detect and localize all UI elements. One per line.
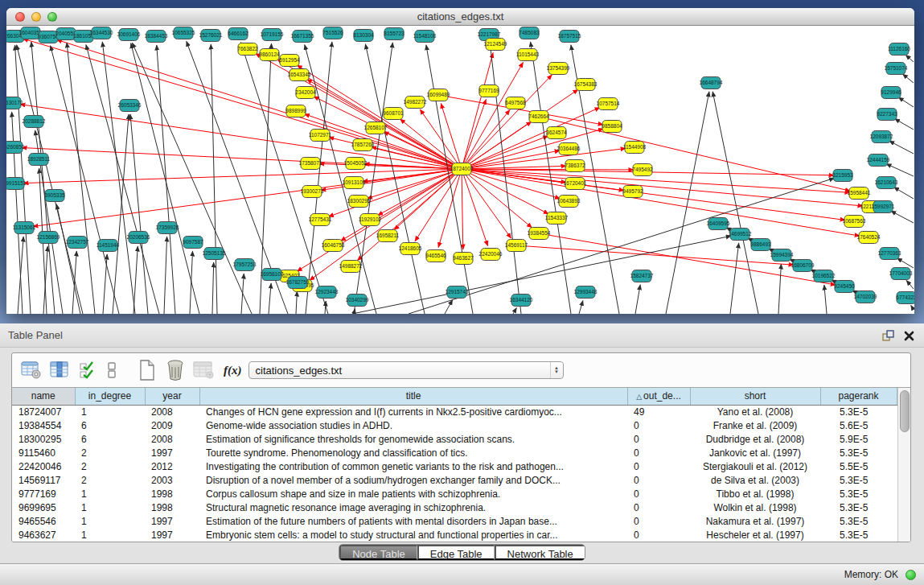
table-cell[interactable]: 14569117 [12, 473, 75, 487]
table-cell[interactable]: 22420046 [12, 459, 75, 473]
table-cell[interactable]: 18724007 [12, 405, 75, 418]
table-cell[interactable]: 0 [627, 514, 690, 528]
graph-node[interactable]: 11929102 [359, 214, 382, 226]
graph-node[interactable]: 7515526 [322, 27, 343, 39]
graph-node[interactable]: 16671355 [291, 31, 314, 43]
graph-node[interactable]: 12505135 [203, 248, 226, 260]
table-cell[interactable]: Yano et al. (2008) [690, 405, 820, 418]
delete-column-icon[interactable] [164, 359, 187, 381]
table-cell[interactable]: Tourette syndrome. Phenomenology and cla… [199, 446, 627, 459]
table-cell[interactable]: 1 [75, 501, 145, 514]
table-cell[interactable]: 2009 [145, 418, 199, 432]
table-cell[interactable]: 0 [627, 459, 690, 473]
table-cell[interactable]: 1997 [145, 514, 199, 528]
graph-node[interactable]: 17358071 [299, 158, 322, 170]
column-header-in_degree[interactable]: in_degree [75, 388, 145, 405]
table-cell[interactable]: Dudbridge et al. (2008) [690, 432, 820, 446]
table-cell[interactable]: 5.3E-5 [820, 528, 897, 542]
table-cell[interactable]: 2 [75, 446, 145, 459]
graph-node[interactable]: 10196522 [812, 270, 836, 282]
graph-node[interactable]: 11451944 [97, 240, 120, 252]
graph-node[interactable]: 13754399 [547, 63, 570, 75]
table-cell[interactable]: 2 [75, 459, 145, 473]
scrollbar-thumb[interactable] [900, 390, 910, 432]
graph-node[interactable]: 12093872 [870, 131, 893, 143]
graph-node[interactable]: 30691406 [117, 29, 141, 41]
table-cell[interactable]: 5.3E-5 [820, 514, 897, 528]
table-settings-icon[interactable] [20, 359, 43, 381]
graph-node[interactable]: 9245450 [834, 281, 855, 293]
graph-node[interactable]: 5912954 [279, 55, 300, 67]
graph-node[interactable]: 11072971 [309, 130, 332, 142]
graph-node[interactable]: 10913109 [343, 177, 366, 189]
table-cell[interactable]: 5.9E-5 [820, 432, 897, 446]
table-cell[interactable]: 2008 [145, 432, 199, 446]
table-cell[interactable]: 2012 [145, 459, 199, 473]
graph-node[interactable]: 11543337 [545, 212, 569, 225]
graph-node[interactable]: 12124549 [484, 39, 507, 51]
table-row[interactable]: 1456911722003Disruption of a novel membe… [12, 473, 897, 487]
graph-node[interactable]: 11315061 [13, 222, 36, 234]
graph-node[interactable]: 14699512 [729, 229, 752, 241]
graph-node[interactable]: 10340299 [346, 295, 369, 307]
graph-node[interactable]: 18928511 [27, 154, 51, 166]
graph-node[interactable]: 17857263 [351, 139, 375, 151]
table-cell[interactable]: 0 [627, 473, 690, 487]
graph-node[interactable]: 16409595 [707, 218, 730, 230]
window-titlebar[interactable]: citations_edges.txt [6, 8, 914, 26]
graph-node[interactable]: 14988272 [339, 261, 363, 273]
graph-node[interactable]: 20206536 [127, 232, 150, 244]
table-cell[interactable]: 5.5E-5 [820, 459, 897, 473]
graph-node[interactable]: 9465546 [425, 250, 446, 262]
graph-node[interactable]: 18384453 [145, 31, 168, 43]
table-cell[interactable]: Estimation of the future numbers of pati… [199, 514, 627, 528]
graph-node[interactable]: 3624574 [546, 127, 567, 139]
graph-node[interactable]: 9886493 [750, 239, 771, 251]
graph-node[interactable]: 9858804 [602, 121, 622, 133]
minimize-window-button[interactable] [31, 12, 41, 22]
graph-node[interactable]: 6774322 [896, 292, 914, 304]
graph-node[interactable]: 19300273 [301, 186, 324, 198]
table-cell[interactable]: Stergiakouli et al. (2012) [690, 459, 820, 473]
graph-node[interactable]: 10655325 [172, 27, 195, 39]
graph-node[interactable]: 9227343 [877, 109, 897, 121]
graph-node[interactable]: 9777169 [478, 85, 499, 97]
graph-node[interactable]: 15045052 [344, 158, 368, 170]
function-builder-icon[interactable]: f(x) [224, 364, 242, 377]
graph-node[interactable]: 20288812 [23, 116, 46, 128]
table-cell[interactable]: Hescheler et al. (1997) [690, 528, 820, 542]
tab-node-table[interactable]: Node Table [339, 545, 417, 560]
column-header-pagerank[interactable]: pagerank [820, 388, 897, 405]
graph-node[interactable]: 7663822 [237, 43, 258, 56]
graph-node[interactable]: 26053346 [118, 100, 142, 112]
table-cell[interactable]: 0 [627, 432, 690, 446]
table-cell[interactable]: 5.3E-5 [820, 473, 897, 487]
table-cell[interactable]: Franke et al. (2009) [690, 418, 820, 432]
graph-node[interactable]: 12770363 [878, 248, 901, 260]
graph-node[interactable]: 6497568 [505, 97, 526, 109]
table-cell[interactable]: 1 [75, 528, 145, 542]
table-cell[interactable]: 2008 [145, 405, 199, 418]
graph-node[interactable]: 15958441 [848, 187, 871, 200]
table-cell[interactable]: 1997 [145, 528, 199, 542]
graph-node[interactable]: 14702039 [854, 291, 877, 303]
table-cell[interactable]: 19384554 [12, 418, 75, 432]
table-cell[interactable]: 9115460 [12, 446, 75, 459]
graph-node[interactable]: 10687563 [843, 216, 866, 228]
table-cell[interactable]: 5.3E-5 [820, 446, 897, 459]
graph-node[interactable]: 12915743 [446, 286, 469, 299]
tab-network-table[interactable]: Network Table [495, 545, 585, 560]
graph-node[interactable]: 11126160 [888, 43, 910, 56]
graph-node[interactable]: 3905335 [44, 190, 65, 202]
graph-node[interactable]: 16099489 [427, 89, 450, 101]
table-panel-titlebar[interactable]: Table Panel [0, 323, 924, 348]
graph-node[interactable]: 15276021 [199, 30, 223, 42]
graph-node[interactable]: 12444159 [867, 154, 890, 167]
table-row[interactable]: 946362711997Embryonic stem cells: a mode… [12, 528, 897, 542]
network-canvas[interactable]: 1872400797771696497568746266436245742036… [6, 27, 914, 314]
table-cell[interactable]: Genome-wide association studies in ADHD. [199, 418, 627, 432]
graph-node[interactable]: 16344530 [90, 27, 113, 39]
graph-node[interactable]: 12993448 [574, 286, 598, 299]
table-cell[interactable]: 0 [627, 501, 690, 514]
graph-node[interactable]: 3215953 [832, 170, 853, 182]
